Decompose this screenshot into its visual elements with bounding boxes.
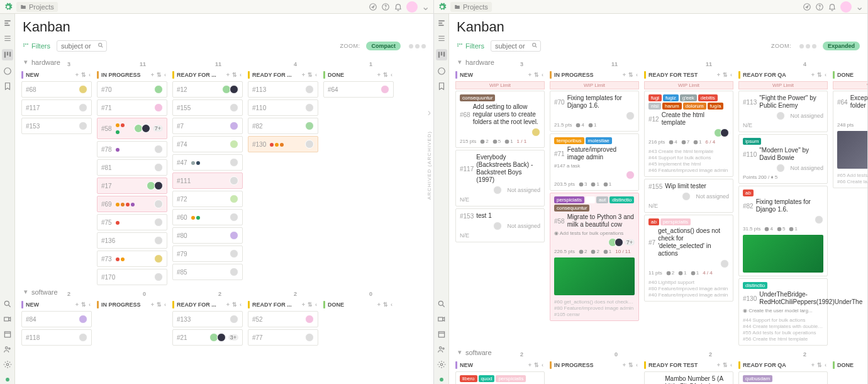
add-card-icon[interactable]: +: [302, 302, 305, 308]
card[interactable]: quibusdam#52Support for bulk actions225 …: [738, 371, 828, 384]
fold-icon[interactable]: ‹: [825, 362, 826, 368]
card[interactable]: fugifugizg'eekdebitisnisiharumdolorumfug…: [644, 91, 733, 177]
add-card-icon[interactable]: +: [151, 302, 154, 308]
card[interactable]: #12: [172, 81, 243, 98]
add-card-icon[interactable]: +: [811, 362, 815, 368]
chevron-down-icon[interactable]: ⌄: [855, 1, 864, 13]
gear-icon[interactable]: [4, 3, 13, 11]
card[interactable]: #71: [97, 99, 167, 116]
card[interactable]: #118: [21, 329, 92, 346]
card[interactable]: #113"Fight the Power" by Public EnemyNot…: [738, 91, 828, 132]
card[interactable]: #47: [172, 154, 243, 171]
card[interactable]: #72: [172, 191, 243, 207]
add-card-icon[interactable]: +: [811, 72, 815, 78]
card[interactable]: #64Exception is th add a folder with e24…: [833, 91, 867, 188]
card[interactable]: liberoquodperspiciatis#84Experimental: m…: [455, 371, 545, 384]
add-card-icon[interactable]: +: [226, 72, 230, 78]
options-icon[interactable]: ⇅: [232, 302, 237, 308]
card[interactable]: #75: [97, 214, 167, 230]
bell-icon[interactable]: [828, 3, 837, 11]
search-icon[interactable]: [97, 42, 104, 48]
options-icon[interactable]: ⇅: [157, 72, 162, 78]
card[interactable]: ipsum#110"Modern Love" by David BowieNot…: [738, 134, 828, 184]
card[interactable]: #133Mambo Number 5 (A Little Bit Of...) …: [644, 371, 733, 384]
card[interactable]: #155Wip limit testerNot assignedN/E: [644, 179, 733, 213]
add-card-icon[interactable]: +: [717, 362, 720, 368]
chevron-down-icon[interactable]: ▾: [458, 348, 462, 356]
calendar-icon[interactable]: [3, 330, 12, 339]
compass-icon[interactable]: [803, 3, 811, 11]
filters-toggle[interactable]: Filters: [457, 42, 484, 50]
avatar[interactable]: [406, 1, 418, 13]
options-icon[interactable]: ⇅: [308, 302, 313, 308]
chevron-down-icon[interactable]: ⌄: [421, 1, 430, 13]
search-icon[interactable]: [3, 300, 12, 308]
add-card-icon[interactable]: +: [623, 72, 626, 78]
card[interactable]: #81: [97, 159, 167, 176]
chevron-down-icon[interactable]: ▾: [24, 58, 28, 66]
zoom-pill-compact[interactable]: Compact: [366, 42, 401, 50]
zoom-dots[interactable]: [798, 42, 816, 50]
options-icon[interactable]: ⇅: [817, 72, 822, 78]
search-icon[interactable]: [437, 300, 446, 308]
chevron-down-icon[interactable]: ▾: [458, 58, 462, 66]
settings-icon[interactable]: [3, 360, 12, 369]
help-icon[interactable]: [815, 3, 824, 11]
card[interactable]: #78: [97, 141, 167, 157]
card[interactable]: #110: [248, 99, 318, 116]
card[interactable]: #153: [21, 118, 92, 134]
add-card-icon[interactable]: +: [226, 302, 230, 308]
options-icon[interactable]: ⇅: [308, 72, 313, 78]
card[interactable]: perspiciatis❤autdistinctioconsequuntur#5…: [550, 193, 639, 321]
card[interactable]: abperspiciatis#7get_actions() does not c…: [644, 215, 733, 302]
team-icon[interactable]: [437, 345, 446, 354]
issues-icon[interactable]: [437, 67, 446, 76]
section-header[interactable]: ▾hardware: [20, 55, 395, 69]
calendar-icon[interactable]: [437, 330, 446, 339]
options-icon[interactable]: ⇅: [817, 362, 822, 368]
options-icon[interactable]: ⇅: [157, 302, 162, 308]
help-icon[interactable]: [381, 3, 390, 11]
fold-icon[interactable]: ‹: [315, 72, 317, 78]
zoom-pill-expanded[interactable]: Expanded: [823, 42, 860, 50]
card[interactable]: #70Fixing templates for Django 1.6.21.5 …: [550, 91, 639, 132]
backlog-icon[interactable]: [437, 34, 446, 43]
card[interactable]: #69: [97, 196, 167, 212]
card[interactable]: #170: [97, 269, 167, 285]
fold-icon[interactable]: ‹: [730, 72, 732, 78]
avatar[interactable]: [840, 1, 852, 13]
timeline-icon[interactable]: [3, 19, 12, 28]
card[interactable]: temporibusmolestiae#71Feature/improved i…: [550, 133, 639, 191]
fold-icon[interactable]: ‹: [825, 72, 826, 78]
options-icon[interactable]: ⇅: [628, 362, 633, 368]
add-card-icon[interactable]: +: [377, 302, 381, 308]
kanban-icon[interactable]: [2, 49, 13, 60]
card[interactable]: #68: [21, 81, 92, 98]
fold-icon[interactable]: ‹: [164, 72, 166, 78]
fold-icon[interactable]: ‹: [89, 302, 91, 308]
zoom-dots[interactable]: [407, 42, 426, 50]
card[interactable]: #70: [97, 81, 167, 98]
options-icon[interactable]: ⇅: [383, 72, 388, 78]
add-card-icon[interactable]: +: [528, 362, 531, 368]
fold-icon[interactable]: ‹: [636, 362, 638, 368]
next-column-icon[interactable]: ›: [428, 107, 431, 118]
options-icon[interactable]: ⇅: [534, 362, 539, 368]
add-card-icon[interactable]: +: [528, 72, 531, 78]
add-card-icon[interactable]: +: [75, 302, 79, 308]
fold-icon[interactable]: ‹: [391, 72, 392, 78]
settings-icon[interactable]: [437, 360, 446, 369]
options-icon[interactable]: ⇅: [723, 72, 728, 78]
fold-icon[interactable]: ‹: [240, 72, 242, 78]
team-icon[interactable]: [3, 345, 12, 354]
card[interactable]: #84: [21, 311, 92, 327]
issues-icon[interactable]: [3, 67, 12, 76]
fold-icon[interactable]: ‹: [315, 302, 317, 308]
options-icon[interactable]: ⇅: [723, 362, 728, 368]
card[interactable]: #64: [323, 81, 394, 98]
section-header[interactable]: ▾software: [20, 285, 395, 298]
video-icon[interactable]: [3, 315, 12, 324]
projects-crumb[interactable]: Projects: [450, 2, 492, 12]
filters-toggle[interactable]: Filters: [23, 42, 50, 50]
backlog-icon[interactable]: [3, 34, 12, 43]
